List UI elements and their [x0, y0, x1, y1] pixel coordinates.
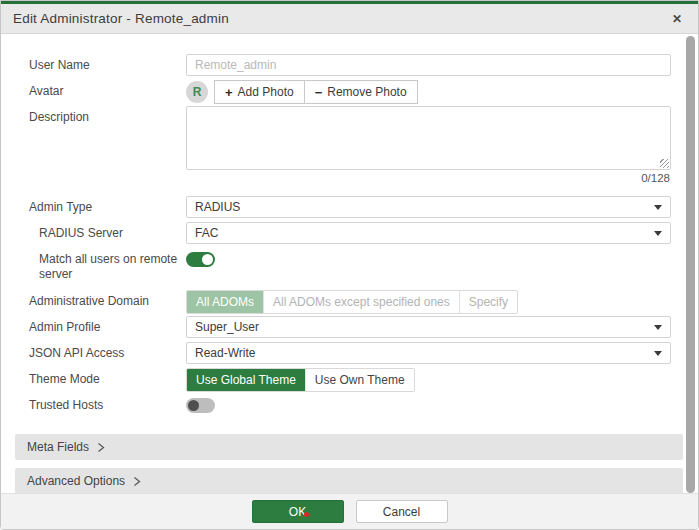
json-api-access-value: Read-Write [195, 346, 648, 360]
segment-use-own-theme[interactable]: Use Own Theme [305, 369, 414, 391]
cursor-click-marker [304, 512, 309, 517]
administrative-domain-row: Administrative Domain All ADOMs All ADOM… [29, 290, 671, 314]
char-counter: 0/128 [186, 170, 671, 184]
dialog-footer: OK Cancel [1, 493, 698, 529]
admin-profile-row: Admin Profile Super_User [29, 316, 671, 340]
dialog-titlebar: Edit Administrator - Remote_admin ✕ [1, 4, 698, 34]
meta-fields-section[interactable]: Meta Fields [15, 434, 683, 460]
advanced-options-label: Advanced Options [27, 474, 125, 488]
admin-type-value: RADIUS [195, 200, 648, 214]
json-api-access-select[interactable]: Read-Write [186, 342, 671, 364]
chevron-down-icon [654, 325, 662, 330]
avatar-row: Avatar R + Add Photo − Remove Photo [29, 80, 671, 104]
description-row: Description 0/128 [29, 106, 671, 184]
radius-server-select[interactable]: FAC [186, 222, 671, 244]
trusted-hosts-row: Trusted Hosts [29, 394, 671, 418]
user-name-row: User Name [29, 54, 671, 78]
dialog-title: Edit Administrator - Remote_admin [13, 11, 229, 26]
match-all-users-row: Match all users on remote server [29, 248, 671, 282]
description-textarea[interactable] [186, 106, 671, 170]
cancel-button[interactable]: Cancel [356, 500, 448, 523]
admin-type-select[interactable]: RADIUS [186, 196, 671, 218]
chevron-down-icon [654, 205, 662, 210]
admin-profile-select[interactable]: Super_User [186, 316, 671, 338]
add-photo-label: Add Photo [238, 85, 294, 99]
segment-all-adoms[interactable]: All ADOMs [187, 291, 263, 313]
plus-icon: + [225, 85, 233, 100]
theme-mode-segment: Use Global Theme Use Own Theme [186, 368, 415, 392]
trusted-hosts-toggle[interactable] [186, 398, 215, 413]
json-api-access-row: JSON API Access Read-Write [29, 342, 671, 366]
admin-profile-label: Admin Profile [29, 316, 186, 335]
chevron-down-icon [654, 351, 662, 356]
dialog-body: User Name Avatar R + Add Photo − Remove … [1, 34, 698, 418]
match-all-users-toggle[interactable] [186, 252, 215, 267]
collapsed-sections: Meta Fields Advanced Options [1, 434, 698, 494]
trusted-hosts-label: Trusted Hosts [29, 394, 186, 413]
chevron-right-icon [97, 442, 105, 453]
description-label: Description [29, 106, 186, 125]
add-photo-button[interactable]: + Add Photo [214, 80, 305, 104]
chevron-down-icon [654, 231, 662, 236]
theme-mode-row: Theme Mode Use Global Theme Use Own Them… [29, 368, 671, 392]
radius-server-label: RADIUS Server [29, 222, 186, 241]
toggle-knob [188, 400, 199, 411]
admin-profile-value: Super_User [195, 320, 648, 334]
advanced-options-section[interactable]: Advanced Options [15, 468, 683, 494]
radius-server-value: FAC [195, 226, 648, 240]
toggle-knob [202, 254, 213, 265]
close-icon[interactable]: ✕ [668, 10, 686, 28]
json-api-access-label: JSON API Access [29, 342, 186, 361]
administrative-domain-segment: All ADOMs All ADOMs except specified one… [186, 290, 518, 314]
ok-button[interactable]: OK [252, 500, 344, 523]
chevron-right-icon [133, 476, 141, 487]
avatar: R [186, 81, 208, 103]
segment-use-global-theme[interactable]: Use Global Theme [187, 369, 305, 391]
scrollbar-thumb[interactable] [686, 36, 695, 493]
avatar-label: Avatar [29, 80, 186, 99]
remove-photo-button[interactable]: − Remove Photo [304, 80, 418, 104]
match-all-users-label: Match all users on remote server [29, 248, 186, 282]
radius-server-row: RADIUS Server FAC [29, 222, 671, 246]
minus-icon: − [315, 85, 323, 100]
user-name-label: User Name [29, 54, 186, 73]
edit-administrator-dialog: Edit Administrator - Remote_admin ✕ User… [0, 0, 699, 530]
user-name-input[interactable] [186, 54, 671, 76]
administrative-domain-label: Administrative Domain [29, 290, 186, 309]
admin-type-label: Admin Type [29, 196, 186, 215]
resize-grip-icon[interactable] [660, 159, 669, 168]
meta-fields-label: Meta Fields [27, 440, 89, 454]
segment-specify[interactable]: Specify [459, 291, 517, 313]
theme-mode-label: Theme Mode [29, 368, 186, 387]
remove-photo-label: Remove Photo [327, 85, 406, 99]
segment-all-adoms-except[interactable]: All ADOMs except specified ones [263, 291, 459, 313]
admin-type-row: Admin Type RADIUS [29, 196, 671, 220]
